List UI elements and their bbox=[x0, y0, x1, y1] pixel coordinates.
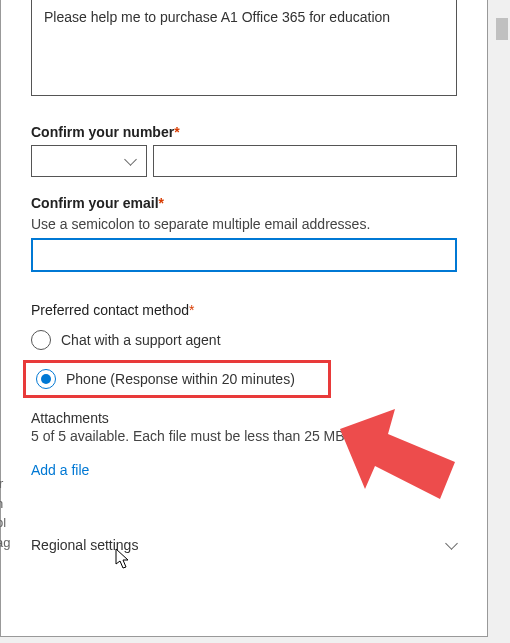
contact-method-label-text: Preferred contact method bbox=[31, 302, 189, 318]
chevron-down-icon bbox=[447, 540, 457, 550]
required-marker: * bbox=[174, 124, 179, 140]
add-file-link[interactable]: Add a file bbox=[31, 462, 89, 478]
left-edge-cropped-text: irhplag bbox=[0, 474, 10, 552]
country-code-select[interactable] bbox=[31, 145, 147, 177]
confirm-email-group: Confirm your email* Use a semicolon to s… bbox=[31, 195, 457, 272]
highlighted-option: Phone (Response within 20 minutes) bbox=[23, 360, 331, 398]
regional-settings-row[interactable]: Regional settings bbox=[31, 537, 457, 553]
scrollbar[interactable] bbox=[494, 0, 510, 640]
required-marker: * bbox=[159, 195, 164, 211]
radio-icon-selected[interactable] bbox=[36, 369, 56, 389]
radio-icon bbox=[31, 330, 51, 350]
contact-method-label: Preferred contact method* bbox=[31, 302, 457, 318]
confirm-number-label-text: Confirm your number bbox=[31, 124, 174, 140]
email-input[interactable] bbox=[31, 238, 457, 272]
attachments-hint: 5 of 5 available. Each file must be less… bbox=[31, 428, 457, 444]
attachments-label: Attachments bbox=[31, 410, 457, 426]
confirm-number-group: Confirm your number* bbox=[31, 124, 457, 177]
scrollbar-thumb[interactable] bbox=[496, 18, 508, 40]
contact-method-group: Preferred contact method* Chat with a su… bbox=[31, 302, 457, 398]
radio-option-chat[interactable]: Chat with a support agent bbox=[31, 330, 457, 350]
chevron-down-icon bbox=[126, 156, 136, 166]
description-text: Please help me to purchase A1 Office 365… bbox=[44, 9, 390, 25]
attachments-group: Attachments 5 of 5 available. Each file … bbox=[31, 410, 457, 479]
required-marker: * bbox=[189, 302, 194, 318]
radio-label-phone: Phone (Response within 20 minutes) bbox=[66, 371, 295, 387]
support-form-panel: Please help me to purchase A1 Office 365… bbox=[0, 0, 488, 637]
description-textarea[interactable]: Please help me to purchase A1 Office 365… bbox=[31, 0, 457, 96]
phone-number-input[interactable] bbox=[153, 145, 457, 177]
email-hint: Use a semicolon to separate multiple ema… bbox=[31, 216, 457, 232]
confirm-email-label-text: Confirm your email bbox=[31, 195, 159, 211]
confirm-number-label: Confirm your number* bbox=[31, 124, 457, 140]
regional-settings-label: Regional settings bbox=[31, 537, 138, 553]
confirm-email-label: Confirm your email* bbox=[31, 195, 457, 211]
radio-label-chat: Chat with a support agent bbox=[61, 332, 221, 348]
